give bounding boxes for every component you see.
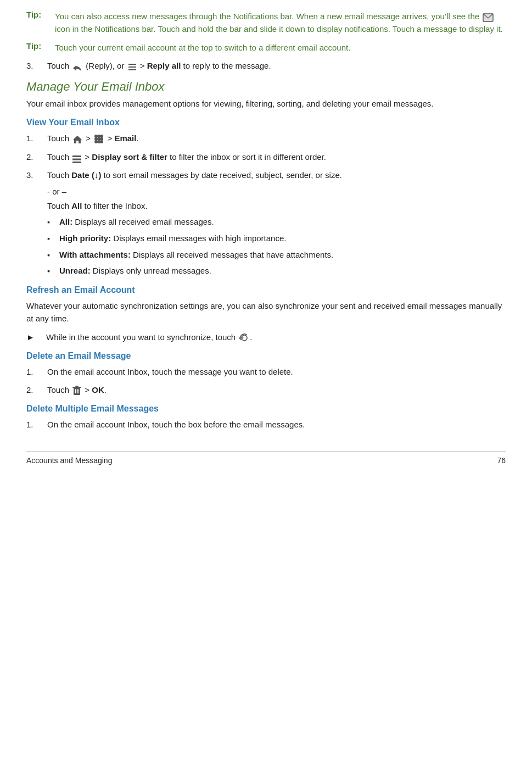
bullet-all: ▪ All: Displays all received email messa…: [47, 215, 506, 229]
envelope-icon: [483, 13, 494, 21]
more-icon: [128, 62, 137, 71]
touch-all-before: Touch: [47, 201, 71, 210]
footer: Accounts and Messaging 76: [26, 451, 506, 465]
tip2-block: Tip: Touch your current email account at…: [26, 41, 506, 54]
view-inbox-steps: 1. Touch > > Email. 2. Touch > Display s…: [26, 132, 506, 181]
tip1-text-before: You can also access new messages through…: [55, 12, 481, 21]
refresh-arrow-block: ► While in the account you want to synch…: [26, 331, 506, 343]
bullet-unread-bold: Unread:: [59, 266, 91, 275]
bullet-square-icon4: ▪: [47, 265, 59, 277]
delete-step-2-touch: Touch: [47, 385, 71, 394]
delete-step-1: 1. On the email account Inbox, touch the…: [26, 365, 506, 378]
touch-all-bold: All: [71, 201, 82, 210]
reply-all-bold: Reply all: [147, 61, 181, 70]
view-step-1: 1. Touch > > Email.: [26, 132, 506, 144]
delete-multiple-step-1-num: 1.: [26, 418, 47, 431]
view-step-1-gt1: >: [83, 134, 93, 143]
reply-text-middle: (Reply), or: [83, 61, 126, 70]
reply-text-gt1: >: [138, 61, 147, 70]
view-step-2-bold: Display sort & filter: [92, 152, 167, 162]
view-step-1-num: 1.: [26, 132, 47, 144]
bullet-square-icon3: ▪: [47, 249, 59, 262]
svg-point-13: [100, 140, 103, 143]
view-step-1-content: Touch > > Email.: [47, 132, 506, 144]
reply-icon: [72, 63, 82, 70]
reply-step-list: 3. Touch (Reply), or > Reply all to repl…: [26, 59, 506, 72]
reply-step-content: Touch (Reply), or > Reply all to reply t…: [47, 59, 506, 72]
svg-marker-4: [73, 136, 82, 143]
delete-step-2-gt: >: [82, 385, 92, 394]
delete-step-2-period: .: [104, 385, 107, 394]
view-step-1-touch: Touch: [47, 134, 71, 143]
svg-rect-3: [128, 69, 136, 70]
bullet-attachments-text: With attachments: Displays all received …: [59, 248, 333, 261]
delete-step-2-bold: OK: [92, 385, 104, 394]
view-step-2-touch: Touch: [47, 152, 71, 162]
tip2-label: Tip:: [26, 41, 55, 51]
delete-multiple-heading: Delete Multiple Email Messages: [26, 404, 506, 414]
delete-step-1-text: On the email account Inbox, touch the me…: [47, 365, 506, 378]
svg-rect-21: [77, 389, 79, 393]
or-line: - or –: [47, 187, 506, 196]
view-step-1-gt2: >: [105, 134, 114, 143]
refresh-description: Whatever your automatic synchronization …: [26, 299, 506, 325]
delete-step-2-content: Touch > OK.: [47, 383, 506, 396]
delete-heading: Delete an Email Message: [26, 351, 506, 361]
delete-multiple-step-1-text: On the email account Inbox, touch the bo…: [47, 418, 506, 431]
bullet-high-priority-text: High priority: Displays email messages w…: [59, 232, 286, 244]
view-inbox-extras: - or – Touch All to filter the Inbox. ▪ …: [47, 187, 506, 277]
delete-multiple-steps: 1. On the email account Inbox, touch the…: [26, 418, 506, 431]
view-step-3-touch: Touch: [47, 170, 71, 180]
tip1-text: You can also access new messages through…: [55, 10, 506, 36]
refresh-text-before: While in the account you want to synchro…: [46, 332, 238, 342]
sync-icon: [239, 333, 249, 343]
manage-description: Your email inbox provides management opt…: [26, 97, 506, 110]
bullet-attachments: ▪ With attachments: Displays all receive…: [47, 248, 506, 262]
view-step-1-period: .: [136, 134, 138, 143]
view-step-2-gt: >: [82, 152, 92, 162]
touch-all-after: to filter the Inbox.: [82, 201, 147, 210]
view-step-2: 2. Touch > Display sort & filter to filt…: [26, 151, 506, 163]
view-step-2-text: to filter the inbox or sort it in differ…: [167, 152, 326, 162]
svg-rect-1: [128, 64, 136, 65]
view-step-3-content: Touch Date (↓) to sort email messages by…: [47, 169, 506, 181]
view-inbox-heading: View Your Email Inbox: [26, 118, 506, 127]
menu-icon: [72, 154, 81, 162]
footer-page: 76: [497, 456, 506, 465]
svg-rect-20: [75, 389, 76, 393]
tip1-text-after: icon in the Notifications bar. Touch and…: [55, 24, 503, 34]
view-step-2-num: 2.: [26, 151, 47, 163]
bullet-hp-bold: High priority:: [59, 234, 111, 243]
bullet-unread-text: Unread: Displays only unread messages.: [59, 264, 211, 277]
svg-rect-2: [128, 66, 136, 68]
reply-text-after: to reply to the message.: [181, 61, 271, 70]
bullet-square-icon2: ▪: [47, 233, 59, 245]
tip1-block: Tip: You can also access new messages th…: [26, 10, 506, 36]
reply-text-before: Touch: [47, 61, 71, 70]
bullet-square-icon: ▪: [47, 216, 59, 229]
bullet-unread: ▪ Unread: Displays only unread messages.: [47, 264, 506, 277]
manage-heading: Manage Your Email Inbox: [26, 80, 506, 94]
bullet-high-priority: ▪ High priority: Displays email messages…: [47, 232, 506, 245]
tip1-label: Tip:: [26, 10, 55, 19]
view-step-3: 3. Touch Date (↓) to sort email messages…: [26, 169, 506, 181]
bullet-all-text: All: Displays all received email message…: [59, 215, 214, 228]
view-step-1-bold: Email: [114, 134, 136, 143]
view-step-3-bold: Date (↓): [71, 170, 101, 180]
grid-icon: [94, 134, 104, 144]
home-icon: [72, 135, 82, 143]
refresh-heading: Refresh an Email Account: [26, 285, 506, 295]
delete-step-1-num: 1.: [26, 365, 47, 378]
filter-bullets: ▪ All: Displays all received email messa…: [47, 215, 506, 277]
view-step-2-content: Touch > Display sort & filter to filter …: [47, 151, 506, 163]
trash-icon: [72, 386, 81, 396]
view-step-3-num: 3.: [26, 169, 47, 181]
svg-rect-14: [72, 155, 81, 157]
svg-rect-15: [72, 158, 81, 160]
svg-rect-19: [75, 386, 79, 387]
svg-rect-18: [72, 387, 81, 388]
delete-multiple-step-1: 1. On the email account Inbox, touch the…: [26, 418, 506, 431]
reply-step-num: 3.: [26, 59, 47, 72]
bullet-all-bold: All:: [59, 217, 72, 226]
delete-step-2-num: 2.: [26, 383, 47, 396]
